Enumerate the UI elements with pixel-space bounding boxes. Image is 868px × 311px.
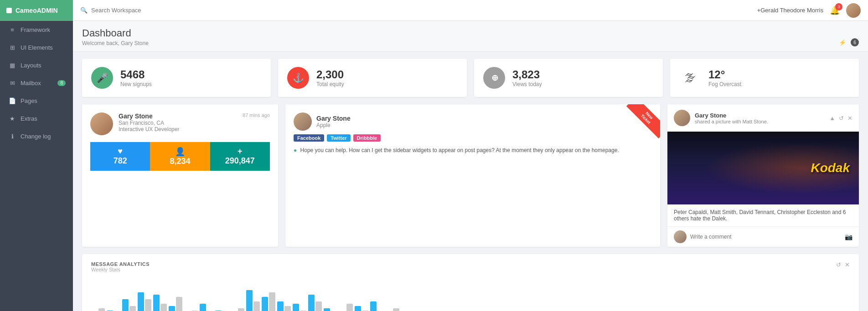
bar-group-7 <box>200 304 213 311</box>
profile-stat-followers: 👤 8,234 <box>150 142 210 171</box>
dashboard-title-group: Dashboard Welcome back, Gary Stone <box>82 27 149 46</box>
social-ctrl-up[interactable]: ▲ <box>829 115 835 122</box>
social-subtitle: shared a picture with Matt Stone. <box>695 119 768 124</box>
profile-stat-likes: ♥ 782 <box>90 142 150 171</box>
chart-title-group: MESSAGE ANALYTICS Weekly Stats <box>91 261 150 272</box>
chart-subtitle: Weekly Stats <box>91 267 150 272</box>
sidebar-icon-mailbox: ✉ <box>9 80 16 87</box>
sidebar-label-layouts: Layouts <box>21 62 41 69</box>
tag-dribbble[interactable]: Dribbble <box>353 134 381 142</box>
signups-label: New signups <box>120 81 152 87</box>
sidebar-icon-layouts: ▦ <box>9 62 16 69</box>
sidebar-item-framework[interactable]: ≡ Framework <box>0 21 73 39</box>
signups-info: 5468 New signups <box>120 68 152 87</box>
bar-gray-2 <box>129 306 136 311</box>
camera-icon[interactable]: 📷 <box>845 233 852 240</box>
tag-twitter[interactable]: Twitter <box>327 134 350 142</box>
content-area: Dashboard Welcome back, Gary Stone ⚡ 6 🎤… <box>73 21 868 311</box>
bar-blue-2 <box>122 299 129 311</box>
ticket-avatar <box>294 112 312 131</box>
bar-group-4 <box>153 295 167 311</box>
sidebar: CameoADMIN ≡ Framework ⊞ UI Elements ▦ L… <box>0 0 73 311</box>
profile-top: Gary Stone San Francisco, CA Interactive… <box>90 112 270 135</box>
chart-bars <box>91 279 850 311</box>
weather-label: Fog Overcast <box>708 81 741 87</box>
sidebar-item-layouts[interactable]: ▦ Layouts <box>0 56 73 74</box>
sidebar-label-ui-elements: UI Elements <box>21 44 53 51</box>
sidebar-icon-extras: ★ <box>9 115 16 122</box>
sidebar-icon-changelog: ℹ <box>9 133 16 140</box>
sidebar-label-framework: Framework <box>21 26 50 33</box>
notification-button[interactable]: 🔔 3 <box>830 5 840 15</box>
bar-gray-9 <box>238 308 244 311</box>
bar-group-13 <box>293 304 306 311</box>
ribbon-wrap: NewTicket <box>624 104 660 141</box>
sidebar-item-mailbox[interactable]: ✉ Mailbox 8 <box>0 74 73 92</box>
sidebar-item-ui-elements[interactable]: ⊞ UI Elements <box>0 39 73 56</box>
profile-stat-plus: + 290,847 <box>210 142 270 171</box>
topbar-right: +Gerald Theodore Morris 🔔 3 <box>757 3 861 18</box>
bar-blue-11 <box>262 297 268 311</box>
bar-gray-16 <box>346 304 353 311</box>
bar-gray-14 <box>315 301 322 311</box>
equity-label: Total equity <box>316 81 344 87</box>
bar-group-15 <box>324 308 337 311</box>
signups-value: 5468 <box>120 68 152 81</box>
social-comment-row: 📷 <box>667 226 859 247</box>
social-image-inner: Kodak <box>667 132 859 204</box>
sidebar-item-changelog[interactable]: ℹ Change log <box>0 127 73 145</box>
ticket-dot-icon: ● <box>294 147 297 153</box>
social-ctrl-refresh[interactable]: ↺ <box>839 115 844 122</box>
bar-gray-0 <box>98 308 105 311</box>
ticket-message-text: Hope you can help. How can I get the sid… <box>300 147 619 153</box>
flash-icon: ⚡ <box>839 39 846 46</box>
likes-value: 782 <box>114 156 127 166</box>
main-content: 🔍 +Gerald Theodore Morris 🔔 3 Dashboard … <box>73 0 868 311</box>
views-label: Views today <box>512 81 542 87</box>
sidebar-icon-ui-elements: ⊞ <box>9 44 16 51</box>
ticket-header: Gary Stone Apple <box>294 112 652 131</box>
bar-gray-19 <box>393 308 399 311</box>
bar-group-17 <box>355 306 368 311</box>
ticket-name: Gary Stone <box>316 115 351 122</box>
user-avatar[interactable] <box>846 3 861 18</box>
weather-value: 12° <box>708 68 741 81</box>
chart-section: MESSAGE ANALYTICS Weekly Stats ↺ ✕ <box>82 254 859 311</box>
comment-input[interactable] <box>690 234 841 240</box>
sidebar-item-pages[interactable]: 📄 Pages <box>0 92 73 110</box>
social-ctrl-close[interactable]: ✕ <box>847 115 852 122</box>
bar-gray-5 <box>176 297 182 311</box>
sidebar-badge-mailbox: 8 <box>57 80 66 86</box>
sidebar-label-mailbox: Mailbox <box>21 80 41 87</box>
bar-group-9 <box>231 308 244 311</box>
sidebar-item-extras[interactable]: ★ Extras <box>0 110 73 127</box>
bar-group-0 <box>91 308 105 311</box>
social-image: Kodak <box>667 132 859 204</box>
signups-icon: 🎤 <box>91 67 113 89</box>
profile-name: Gary Stone <box>119 112 179 120</box>
stat-card-views: ⊕ 3,823 Views today <box>474 59 663 97</box>
sidebar-icon-pages: 📄 <box>9 97 16 104</box>
dashboard-controls: ⚡ 6 <box>839 38 859 46</box>
bar-gray-11 <box>269 292 275 311</box>
weather-info: 12° Fog Overcast <box>708 68 741 87</box>
views-value: 3,823 <box>512 68 542 81</box>
chart-ctrl-refresh[interactable]: ↺ <box>836 261 841 268</box>
bar-group-10 <box>246 290 260 311</box>
profile-time: 87 mins ago <box>243 112 270 118</box>
bar-group-2 <box>122 299 136 311</box>
ticket-company: Apple <box>316 122 351 128</box>
social-name: Gary Stone <box>695 112 768 119</box>
tag-facebook[interactable]: Facebook <box>294 134 324 142</box>
sidebar-label-changelog: Change log <box>21 133 51 140</box>
views-info: 3,823 Views today <box>512 68 542 87</box>
bar-blue-15 <box>324 308 330 311</box>
plus-icon: + <box>238 147 243 156</box>
profile-details: Gary Stone San Francisco, CA Interactive… <box>119 112 179 135</box>
equity-value: 2,300 <box>316 68 344 81</box>
search-input[interactable] <box>91 7 182 14</box>
chart-ctrl-close[interactable]: ✕ <box>845 261 850 268</box>
equity-info: 2,300 Total equity <box>316 68 344 87</box>
mid-row: Gary Stone San Francisco, CA Interactive… <box>73 104 868 254</box>
profile-info: Gary Stone San Francisco, CA Interactive… <box>90 112 179 135</box>
